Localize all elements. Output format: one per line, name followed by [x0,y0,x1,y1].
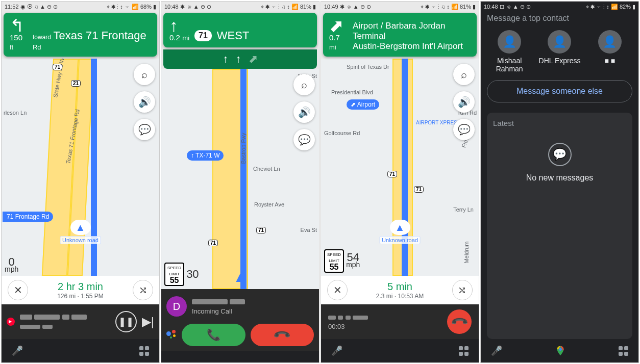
call-duration: 00:03 [328,323,345,330]
assistant-icon[interactable] [166,330,177,340]
status-bar: 10:48 ✱ ⨳ ▲ ⊖ ⊙ ⌖ ✱ ⫟ ⋮ ♫ ↕ 📶 81% ▮ [161,2,319,12]
eta-time: 5 min [376,281,424,293]
report-icon[interactable]: 💬 [134,119,155,140]
contact-item[interactable]: 👤 ■ ■ [587,30,632,73]
person-icon: 👤 [548,30,571,54]
system-nav-bar: 🎤 [2,339,159,362]
pause-button[interactable]: ❚❚ [115,311,137,332]
app-grid-icon[interactable] [619,346,628,356]
eta-bar[interactable]: ✕ 5 min 2.3 mi · 10:53 AM ⤭ [321,276,479,304]
close-button[interactable]: ✕ [327,280,348,300]
destination-label-1: Airport / Barbara Jordan Terminal [353,21,471,41]
card-title: Latest [493,119,626,127]
speed-indicator: SPEEDLIMIT55 30 [164,263,199,286]
system-nav-bar [161,351,319,362]
phone-screen-1: 11:52 ◉ ⦿ ♫ ▲ ⊖ ⊙ ⌖ ✱ ⋮ ↕ ⫟ 📶 68% ▮ ↰ 15… [1,1,160,363]
status-bar: 10:48 ⊡ ⨳ ▲ ⊖ ⊙ ⌖ ✱ ⫟ ⋮ ↕ 📶 82% ▮ [481,2,638,12]
assistant-mic-icon[interactable]: 🎤 [491,345,502,356]
message-someone-else-button[interactable]: Message someone else [487,80,632,102]
ongoing-call-bar[interactable]: 00:03 📞 [321,304,479,339]
assistant-mic-icon[interactable]: 🎤 [12,345,23,356]
route-label: ⬈ Airport [347,99,379,110]
incoming-call-bar: D Incoming Call [161,289,319,324]
alt-routes-button[interactable]: ⤭ [133,280,153,300]
map-view[interactable]: Bastrop Fwy Cheviot Ln Royster Ave Eva S… [161,69,319,289]
status-bar: 10:49 ✱ ⨳ ▲ ⊖ ⊙ ⌖ ✱ ⫟ ⋮ ♫ ↕ 📶 81% ▮ [321,2,479,12]
status-bar: 11:52 ◉ ⦿ ♫ ▲ ⊖ ⊙ ⌖ ✱ ⋮ ↕ ⫟ 📶 68% ▮ [2,2,159,12]
route-label: 71 Frontage Rd [3,212,53,222]
search-icon[interactable]: ⌕ [293,74,315,95]
current-location-icon: ▲ [70,220,91,235]
person-icon: 👤 [498,30,521,54]
latest-messages-card: Latest 💬 No new messages [487,113,632,339]
sound-icon[interactable]: 🔊 [134,91,155,113]
phone-screen-4: 10:48 ⊡ ⨳ ▲ ⊖ ⊙ ⌖ ✱ ⫟ ⋮ ↕ 📶 82% ▮ Messag… [480,1,639,363]
system-nav-bar: 🎤 [481,339,638,362]
fork-right-icon: ⬈ [329,18,348,33]
highway-shield: 71 [194,30,212,41]
map-view[interactable]: Presidential Blvd Golfcourse Rd Spirit o… [321,59,479,276]
empty-state-text: No new messages [493,173,626,183]
toward-label: toward [33,34,51,41]
eta-detail: 2.3 mi · 10:53 AM [376,293,424,300]
answer-call-button[interactable]: 📞 [182,324,245,346]
report-icon[interactable]: 💬 [453,119,475,140]
phone-screen-2: 10:48 ✱ ⨳ ▲ ⊖ ⊙ ⌖ ✱ ⫟ ⋮ ♫ ↕ 📶 81% ▮ ↑ 0.… [161,1,319,363]
navigation-direction-card[interactable]: ↑ 0.2 mi 71 WEST [163,13,317,47]
turn-left-icon: ↰ [10,18,28,33]
current-location-icon: ▲ [230,270,251,285]
lane-guidance: ↑ ↑ ⬈ [163,49,317,69]
svg-point-0 [559,348,562,351]
speed-indicator: 0mph [5,258,18,273]
navigation-direction-card[interactable]: ↰ 150 ft toward Texas 71 Frontage Rd [4,13,157,57]
alt-routes-button[interactable]: ⤭ [452,280,473,300]
eta-detail: 126 mi · 1:55 PM [57,293,104,300]
assistant-mic-icon[interactable]: 🎤 [331,345,342,356]
eta-bar[interactable]: ✕ 2 hr 3 min 126 mi · 1:55 PM ⤭ [2,276,159,304]
sound-icon[interactable]: 🔊 [293,101,315,123]
destination-road: Texas 71 Frontage [53,29,146,42]
app-grid-icon[interactable] [459,346,469,356]
hangup-button[interactable]: 📞 [442,304,477,339]
next-track-button[interactable]: ▶| [142,315,154,329]
person-icon: 👤 [598,30,622,54]
straight-arrow-icon: ↑ [169,18,189,33]
close-button[interactable]: ✕ [8,280,28,300]
map-view[interactable]: rleson Ln State Hwy 21 W Texas 71 Fronta… [2,59,159,276]
sound-icon[interactable]: 🔊 [453,91,475,113]
decline-call-button[interactable]: 📞 [251,324,314,346]
contact-item[interactable]: 👤 Mishaal Rahman [487,30,532,73]
app-grid-icon[interactable] [139,346,149,356]
report-icon[interactable]: 💬 [293,129,315,150]
maps-icon[interactable] [555,345,566,356]
contact-item[interactable]: 👤 DHL Express [537,30,582,73]
media-playback-bar[interactable]: ❚❚ ▶| [2,304,159,339]
eta-time: 2 hr 3 min [57,281,104,293]
youtube-music-icon [7,318,15,326]
navigation-direction-card[interactable]: ⬈ 0.7 mi Airport / Barbara Jordan Termin… [323,13,477,57]
caller-avatar: D [166,296,187,317]
current-location-icon: ▲ [390,220,410,235]
top-contacts-row: 👤 Mishaal Rahman 👤 DHL Express 👤 ■ ■ [487,30,632,73]
speed-indicator: SPEEDLIMIT55 54mph [324,249,360,273]
system-nav-bar: 🎤 [321,339,479,362]
destination-label-2: Austin-Bergstrom Int'l Airport [353,41,471,51]
message-icon: 💬 [548,143,572,166]
phone-screen-3: 10:49 ✱ ⨳ ▲ ⊖ ⊙ ⌖ ✱ ⫟ ⋮ ♫ ↕ 📶 81% ▮ ⬈ 0.… [321,1,479,363]
search-icon[interactable]: ⌕ [134,64,155,85]
search-icon[interactable]: ⌕ [453,64,475,85]
call-status-label: Incoming Call [192,307,232,315]
direction-label: WEST [217,29,250,42]
section-header: Message a top contact [487,14,632,23]
route-label: ↑ TX-71 W [187,150,224,161]
